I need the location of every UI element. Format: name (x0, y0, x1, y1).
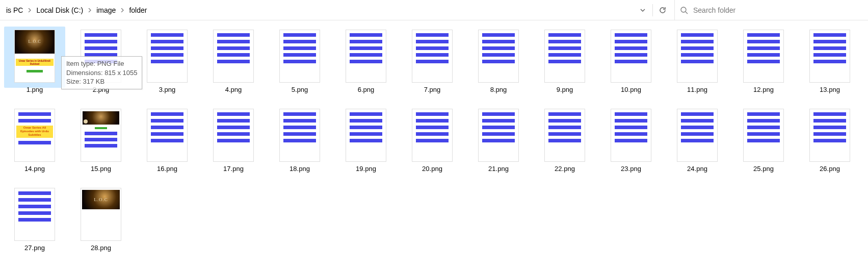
thumbnail-caption: Umar Series in Urdu/Hindi Dubbed (16, 59, 54, 66)
file-thumbnail (611, 109, 651, 162)
file-name-label: 24.png (687, 165, 707, 173)
file-item[interactable]: 11.png (672, 30, 723, 93)
chevron-right-icon[interactable] (119, 8, 126, 12)
search-input[interactable] (693, 6, 863, 14)
file-thumbnail (412, 109, 453, 162)
file-name-label: 21.png (488, 165, 509, 173)
file-item[interactable]: 22.png (539, 109, 590, 173)
thumbnail-logo: L.O.C (29, 39, 41, 45)
file-name-label: 22.png (555, 165, 575, 173)
file-item[interactable]: 12.png (738, 30, 789, 93)
file-item[interactable]: 6.png (340, 30, 391, 93)
breadcrumb[interactable]: is PC Local Disk (C:) image folder (0, 0, 634, 20)
file-item[interactable]: 16.png (142, 109, 193, 173)
file-name-label: 19.png (356, 165, 376, 173)
file-thumbnail: L.O.C (81, 188, 121, 241)
file-item[interactable]: 26.png (804, 109, 855, 173)
file-thumbnail (743, 109, 784, 162)
file-item[interactable]: 27.png (9, 188, 60, 252)
file-name-label: 1.png (27, 86, 43, 93)
file-thumbnail: Omar Series All Episodes with Urdu Subti… (14, 109, 55, 162)
file-thumbnail (279, 30, 320, 83)
file-item[interactable]: 21.png (473, 109, 524, 173)
file-name-label: 18.png (290, 165, 310, 173)
thumbnail-logo: L.O.C (94, 196, 108, 203)
file-thumbnail: L.O.CUmar Series in Urdu/Hindi Dubbed (14, 30, 55, 83)
file-item[interactable]: 24.png (672, 109, 723, 173)
file-thumbnail (346, 30, 386, 83)
file-thumbnail (279, 109, 320, 162)
file-name-label: 9.png (557, 86, 573, 93)
file-name-label: 8.png (490, 86, 507, 93)
file-item[interactable]: 18.png (274, 109, 325, 173)
file-name-label: 26.png (820, 165, 840, 173)
file-name-label: 15.png (91, 165, 111, 173)
file-item[interactable]: L.O.CUmar Series in Urdu/Hindi Dubbed1.p… (9, 30, 60, 93)
tooltip-line: Item type: PNG File (66, 59, 137, 68)
file-item[interactable]: 19.png (340, 109, 391, 173)
file-item[interactable]: 3.png (142, 30, 193, 93)
breadcrumb-segment[interactable]: is PC (3, 6, 26, 14)
breadcrumb-segment[interactable]: folder (126, 6, 150, 14)
file-thumbnail (81, 109, 121, 162)
file-name-label: 5.png (292, 86, 308, 93)
file-name-label: 17.png (223, 165, 244, 173)
address-toolbar: is PC Local Disk (C:) image folder (0, 0, 868, 20)
file-item[interactable]: 25.png (738, 109, 789, 173)
recent-locations-button[interactable] (634, 0, 651, 20)
file-name-label: 4.png (225, 86, 242, 93)
breadcrumb-segment[interactable]: image (93, 6, 119, 14)
search-box[interactable] (674, 0, 868, 20)
file-thumbnail (213, 109, 254, 162)
file-item[interactable]: 8.png (473, 30, 524, 93)
file-name-label: 16.png (157, 165, 177, 173)
refresh-button[interactable] (654, 0, 671, 20)
file-name-label: 6.png (358, 86, 375, 93)
file-item[interactable]: 10.png (606, 30, 656, 93)
file-item[interactable]: 7.png (407, 30, 458, 93)
file-thumbnail (346, 109, 386, 162)
file-thumbnail (743, 30, 784, 83)
file-thumbnail (544, 109, 585, 162)
file-thumbnail (809, 30, 850, 83)
file-thumbnail (14, 188, 55, 241)
address-controls (634, 0, 671, 20)
file-item[interactable]: 13.png (804, 30, 855, 93)
file-item[interactable]: 23.png (606, 109, 656, 173)
file-name-label: 27.png (24, 244, 45, 252)
file-name-label: 12.png (753, 86, 774, 93)
file-pane[interactable]: L.O.CUmar Series in Urdu/Hindi Dubbed1.p… (0, 20, 868, 269)
file-name-label: 3.png (159, 86, 176, 93)
file-item[interactable]: 15.png (75, 109, 126, 173)
file-item[interactable]: 20.png (407, 109, 458, 173)
file-tooltip: Item type: PNG File Dimensions: 815 x 10… (61, 56, 142, 89)
file-item[interactable]: 5.png (274, 30, 325, 93)
file-thumbnail (478, 30, 519, 83)
breadcrumb-segment[interactable]: Local Disk (C:) (33, 6, 86, 14)
file-name-label: 14.png (24, 165, 45, 173)
file-name-label: 23.png (621, 165, 641, 173)
search-icon (680, 6, 688, 14)
file-name-label: 13.png (820, 86, 840, 93)
file-item[interactable]: 4.png (208, 30, 259, 93)
file-thumbnail (147, 30, 188, 83)
svg-line-1 (686, 12, 688, 14)
file-item[interactable]: Omar Series All Episodes with Urdu Subti… (9, 109, 60, 173)
file-thumbnail (147, 109, 188, 162)
divider (652, 4, 653, 16)
file-item[interactable]: 17.png (208, 109, 259, 173)
file-thumbnail (213, 30, 254, 83)
file-thumbnail (412, 30, 453, 83)
file-thumbnail (677, 109, 718, 162)
thumbnail-highlight: Omar Series All Episodes with Urdu Subti… (16, 126, 53, 138)
chevron-right-icon[interactable] (86, 8, 93, 12)
file-item[interactable]: 9.png (539, 30, 590, 93)
file-thumbnail (809, 109, 850, 162)
file-thumbnail (611, 30, 651, 83)
file-name-label: 11.png (687, 86, 707, 93)
chevron-right-icon[interactable] (26, 8, 33, 12)
file-name-label: 7.png (424, 86, 441, 93)
file-item[interactable]: L.O.C28.png (75, 188, 126, 252)
file-name-label: 20.png (422, 165, 442, 173)
file-name-label: 28.png (91, 244, 111, 252)
